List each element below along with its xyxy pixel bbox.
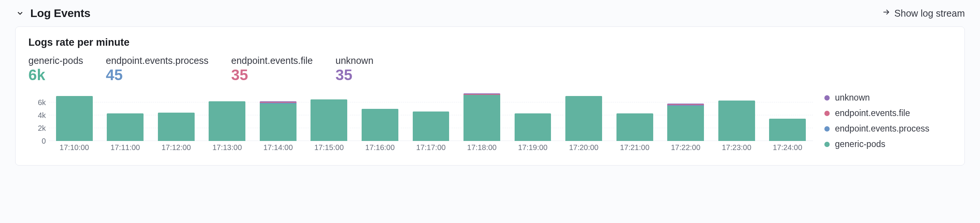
stat-label: generic-pods — [29, 55, 83, 66]
bar — [158, 112, 195, 141]
bar-segment-generic — [515, 113, 551, 141]
bar-slot[interactable] — [609, 90, 660, 141]
bar-segment-generic — [616, 113, 653, 141]
bar — [208, 101, 245, 141]
bar — [616, 113, 653, 141]
bar-slot[interactable] — [49, 90, 100, 141]
bar-segment-generic — [208, 101, 245, 141]
bar-segment-generic — [310, 100, 347, 141]
panel-title: Log Events — [30, 7, 91, 20]
arrow-right-icon — [881, 8, 891, 19]
bar — [310, 100, 347, 141]
stat-value: 35 — [231, 67, 313, 83]
legend-dot-icon — [824, 111, 830, 116]
bar-slot[interactable] — [711, 90, 762, 141]
chevron-down-icon[interactable] — [15, 8, 25, 18]
panel-header: Log Events Show log stream — [15, 7, 965, 20]
bar-segment-generic — [107, 113, 143, 141]
bar-slot[interactable] — [406, 90, 457, 141]
show-log-stream-button[interactable]: Show log stream — [881, 8, 965, 19]
x-tick: 17:13:00 — [202, 141, 253, 154]
bar — [769, 119, 806, 141]
chart-x-axis: 17:10:0017:11:0017:12:0017:13:0017:14:00… — [49, 141, 813, 154]
stat-endpoint.events.file: endpoint.events.file35 — [231, 55, 313, 83]
bar — [260, 101, 296, 141]
legend-label: unknown — [835, 93, 870, 103]
bar — [107, 113, 143, 141]
legend-dot-icon — [824, 126, 830, 131]
bar-slot[interactable] — [253, 90, 304, 141]
y-tick: 0 — [41, 137, 46, 146]
x-tick: 17:21:00 — [609, 141, 660, 154]
bar-segment-generic — [718, 101, 755, 141]
bar-segment-generic — [158, 112, 195, 141]
stat-label: unknown — [336, 55, 373, 66]
legend-item-file[interactable]: endpoint.events.file — [824, 108, 949, 118]
bar — [362, 109, 398, 141]
bar-slot[interactable] — [355, 90, 406, 141]
bar-segment-generic — [362, 109, 398, 141]
bar-segment-generic — [413, 112, 449, 141]
stat-value: 6k — [29, 67, 83, 83]
bar — [718, 101, 755, 141]
legend-label: generic-pods — [835, 139, 885, 149]
legend-item-generic[interactable]: generic-pods — [824, 139, 949, 149]
bar — [565, 96, 602, 141]
stat-unknown: unknown35 — [336, 55, 373, 83]
x-tick: 17:15:00 — [304, 141, 355, 154]
bar-slot[interactable] — [660, 90, 711, 141]
x-tick: 17:18:00 — [456, 141, 508, 154]
legend-dot-icon — [824, 95, 830, 101]
y-tick: 6k — [38, 98, 46, 107]
chart-area[interactable]: 02k4k6k 17:10:0017:11:0017:12:0017:13:00… — [27, 90, 813, 154]
bar-slot[interactable] — [456, 90, 508, 141]
x-tick: 17:14:00 — [253, 141, 304, 154]
stat-generic-pods: generic-pods6k — [29, 55, 83, 83]
x-tick: 17:22:00 — [660, 141, 711, 154]
stat-label: endpoint.events.process — [106, 55, 208, 66]
y-tick: 4k — [38, 111, 46, 120]
show-log-stream-label: Show log stream — [894, 8, 965, 19]
stat-endpoint.events.process: endpoint.events.process45 — [106, 55, 208, 83]
bar-segment-generic — [565, 96, 602, 141]
stat-value: 35 — [336, 67, 373, 83]
x-tick: 17:10:00 — [49, 141, 100, 154]
panel-title-wrap[interactable]: Log Events — [15, 7, 91, 20]
legend-label: endpoint.events.file — [835, 108, 910, 118]
bar-slot[interactable] — [100, 90, 151, 141]
bar-slot[interactable] — [304, 90, 355, 141]
bar — [463, 93, 500, 141]
x-tick: 17:23:00 — [711, 141, 762, 154]
legend-label: endpoint.events.process — [835, 123, 929, 134]
bar-slot[interactable] — [508, 90, 558, 141]
bar-segment-generic — [667, 106, 704, 141]
x-tick: 17:11:00 — [100, 141, 151, 154]
bar-segment-generic — [260, 104, 296, 141]
legend-item-unknown[interactable]: unknown — [824, 93, 949, 103]
bar-segment-generic — [463, 95, 500, 141]
x-tick: 17:17:00 — [406, 141, 457, 154]
bar-slot[interactable] — [151, 90, 202, 141]
legend-dot-icon — [824, 142, 830, 147]
bar — [56, 96, 93, 141]
bar-slot[interactable] — [762, 90, 813, 141]
bar-segment-generic — [769, 119, 806, 141]
chart-bars — [49, 90, 813, 141]
legend-item-process[interactable]: endpoint.events.process — [824, 123, 949, 134]
x-tick: 17:20:00 — [558, 141, 609, 154]
bar-segment-generic — [56, 96, 93, 141]
x-tick: 17:16:00 — [355, 141, 406, 154]
log-events-panel: Log Events Show log stream Logs rate per… — [0, 0, 980, 177]
x-tick: 17:24:00 — [762, 141, 813, 154]
chart-y-axis: 02k4k6k — [27, 90, 49, 141]
chart-legend: unknownendpoint.events.fileendpoint.even… — [824, 90, 953, 154]
bar — [515, 113, 551, 141]
bar-slot[interactable] — [202, 90, 253, 141]
bar — [413, 112, 449, 141]
card-title: Logs rate per minute — [29, 37, 953, 48]
bar-slot[interactable] — [558, 90, 609, 141]
stat-value: 45 — [106, 67, 208, 83]
y-tick: 2k — [38, 124, 46, 133]
x-tick: 17:19:00 — [508, 141, 558, 154]
chart-plot — [49, 90, 813, 141]
